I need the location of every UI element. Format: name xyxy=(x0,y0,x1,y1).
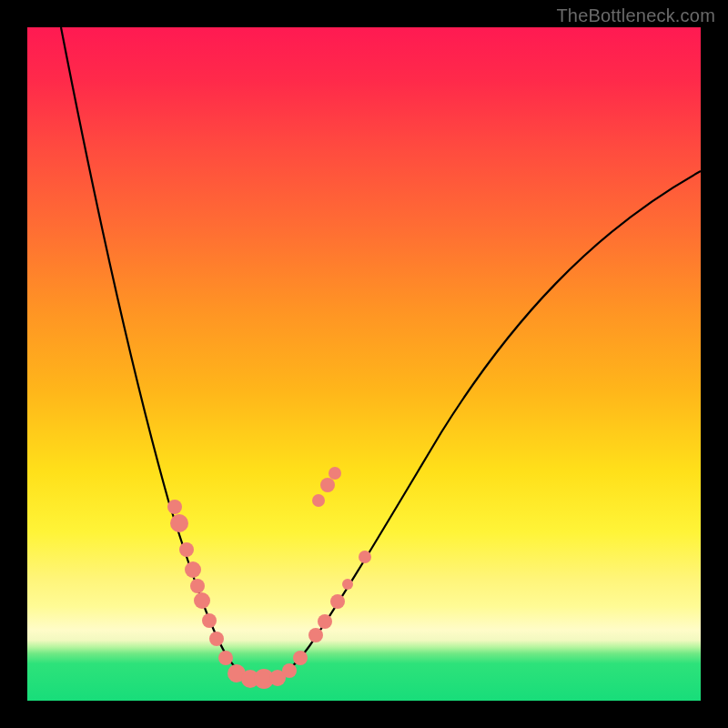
chart-svg xyxy=(27,27,701,701)
scatter-dot xyxy=(282,663,297,678)
scatter-dot xyxy=(190,579,205,593)
scatter-dot xyxy=(194,592,210,609)
scatter-dot xyxy=(330,594,345,609)
scatter-dot xyxy=(209,632,224,646)
scatter-dot xyxy=(320,478,335,492)
scatter-dot xyxy=(329,467,341,480)
left-curve xyxy=(61,27,266,679)
scatter-dot xyxy=(167,500,182,514)
scatter-dot xyxy=(308,628,323,642)
chart-frame: TheBottleneck.com xyxy=(0,0,728,728)
scatter-dot xyxy=(312,494,325,507)
scatter-dot xyxy=(170,514,188,532)
scatter-dot xyxy=(185,561,201,578)
scatter-dot xyxy=(359,551,371,563)
scatter-dot xyxy=(318,614,332,629)
watermark-text: TheBottleneck.com xyxy=(556,5,715,26)
scatter-dot xyxy=(293,651,308,665)
plot-area xyxy=(27,27,701,701)
scatter-dot xyxy=(342,579,353,590)
scatter-dot xyxy=(218,651,233,665)
scatter-dot xyxy=(202,613,217,628)
scatter-dot xyxy=(179,542,194,557)
scatter-dots xyxy=(167,467,371,689)
